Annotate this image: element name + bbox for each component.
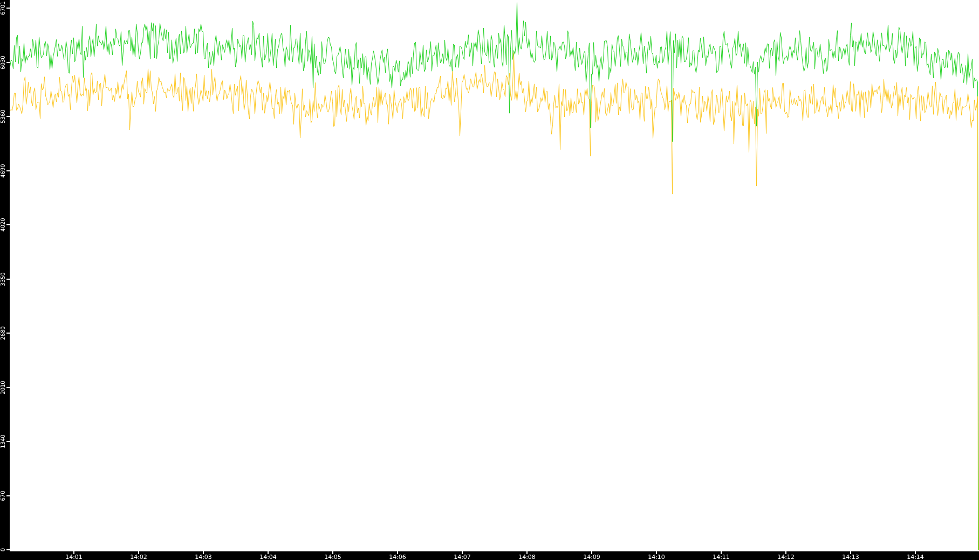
series-plot: [0, 0, 979, 560]
chart-root: 0670134020102680335040204690536060306701…: [0, 0, 979, 560]
